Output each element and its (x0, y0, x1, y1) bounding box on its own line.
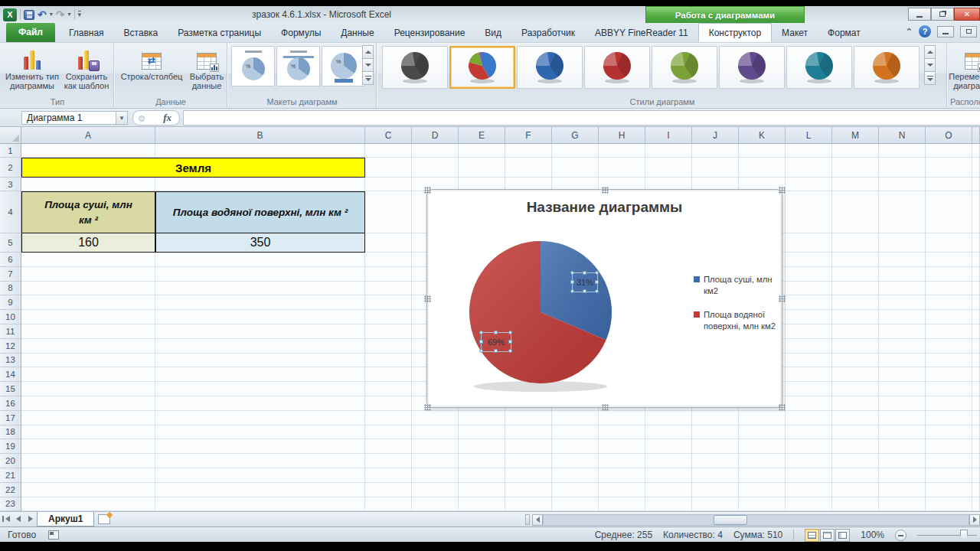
change-chart-type-button[interactable]: Изменить тип диаграммы (5, 45, 60, 96)
cell-A16[interactable] (21, 396, 155, 411)
cell-P14[interactable] (972, 367, 980, 382)
formula-input[interactable] (183, 110, 980, 126)
cell-A7[interactable] (21, 267, 155, 282)
tab-abbyy-finereader-11[interactable]: ABBYY FineReader 11 (585, 24, 698, 42)
cell-F17[interactable] (505, 411, 552, 425)
cell-I18[interactable] (645, 425, 692, 440)
cell-C14[interactable] (365, 367, 412, 382)
cell-P15[interactable] (972, 382, 980, 396)
row-header-2[interactable]: 2 (0, 158, 21, 178)
cell-A18[interactable] (21, 425, 155, 440)
selection-handle[interactable] (508, 340, 512, 344)
cell-C16[interactable] (365, 396, 412, 411)
column-header-B[interactable]: B (155, 127, 365, 144)
column-header-J[interactable]: J (692, 127, 739, 144)
undo-dropdown-icon[interactable]: ▾ (50, 11, 53, 18)
cell-F22[interactable] (505, 483, 552, 497)
cell-E21[interactable] (459, 468, 505, 483)
cell-C19[interactable] (365, 439, 412, 454)
cell-O17[interactable] (926, 411, 972, 425)
cell-J21[interactable] (692, 468, 739, 483)
cell-M17[interactable] (832, 411, 879, 425)
row-header-4[interactable]: 4 (0, 191, 21, 233)
cell-C17[interactable] (365, 411, 412, 425)
cell-C15[interactable] (365, 382, 412, 396)
tab-разметка-страницы[interactable]: Разметка страницы (168, 24, 271, 42)
cell-B19[interactable] (155, 439, 365, 454)
cell-N18[interactable] (879, 425, 926, 440)
cell-B8[interactable] (155, 282, 365, 296)
cell-A14[interactable] (21, 367, 155, 382)
cell-A21[interactable] (21, 468, 155, 483)
cell-C23[interactable] (365, 497, 412, 511)
chart-style-dark[interactable] (382, 46, 448, 89)
row-header-16[interactable]: 16 (0, 396, 21, 411)
cell-L11[interactable] (786, 324, 832, 339)
cell-O22[interactable] (926, 483, 972, 497)
cell-P21[interactable] (972, 468, 980, 483)
cell-P13[interactable] (972, 354, 980, 368)
cell-A11[interactable] (21, 324, 155, 339)
row-header-11[interactable]: 11 (0, 324, 21, 339)
cell-B15[interactable] (155, 382, 365, 396)
column-header-K[interactable]: K (739, 127, 786, 144)
cell-B3[interactable] (155, 178, 365, 191)
cell-L3[interactable] (786, 178, 832, 191)
move-chart-button[interactable]: Переместить диаграмму (950, 45, 980, 96)
chart-style-teal[interactable] (786, 46, 852, 89)
tab-вид[interactable]: Вид (475, 24, 511, 42)
cell-P17[interactable] (972, 411, 980, 425)
cell-C21[interactable] (365, 468, 412, 483)
cell-M12[interactable] (832, 339, 879, 354)
cell-H17[interactable] (599, 411, 645, 425)
selection-handle[interactable] (595, 280, 599, 284)
chart-style-colorful[interactable] (449, 46, 515, 89)
cell-M11[interactable] (832, 324, 879, 339)
cell-O9[interactable] (926, 295, 972, 310)
cell-B22[interactable] (155, 483, 365, 497)
cell-A15[interactable] (21, 382, 155, 396)
cell-P12[interactable] (972, 339, 980, 354)
cell-P3[interactable] (972, 178, 980, 191)
chart-style-red[interactable] (584, 46, 650, 89)
row-header-20[interactable]: 20 (0, 454, 21, 468)
selection-handle[interactable] (494, 331, 498, 334)
tab-данные[interactable]: Данные (331, 24, 384, 42)
cell-B21[interactable] (155, 468, 365, 483)
gallery-more-icon[interactable] (924, 71, 936, 85)
cell-H1[interactable] (599, 144, 645, 158)
row-header-23[interactable]: 23 (0, 497, 21, 511)
cell-B5[interactable]: 350 (155, 233, 365, 253)
cell-B1[interactable] (155, 144, 365, 158)
normal-view-icon[interactable] (805, 529, 819, 542)
column-header-O[interactable]: O (926, 127, 972, 144)
cell-I2[interactable] (645, 158, 692, 178)
cell-N7[interactable] (879, 267, 926, 282)
chart-frame-handle[interactable] (779, 187, 786, 194)
row-header-5[interactable]: 5 (0, 233, 21, 253)
cell-H20[interactable] (599, 454, 645, 468)
save-icon[interactable] (24, 10, 34, 20)
cell-N5[interactable] (879, 233, 926, 253)
cell-K17[interactable] (739, 411, 786, 425)
cell-A20[interactable] (21, 454, 155, 468)
cell-K1[interactable] (739, 144, 786, 158)
cell-D17[interactable] (412, 411, 459, 425)
cell-O5[interactable] (926, 233, 972, 253)
cell-B6[interactable] (155, 253, 365, 267)
cell-H19[interactable] (599, 439, 645, 454)
cell-F2[interactable] (505, 158, 552, 178)
cell-O1[interactable] (926, 144, 972, 158)
workbook-restore-icon[interactable] (960, 26, 977, 37)
cell-A23[interactable] (21, 497, 155, 511)
cell-L6[interactable] (786, 253, 832, 267)
cell-G23[interactable] (552, 497, 599, 511)
cell-N9[interactable] (879, 295, 926, 310)
chart-style-orange[interactable] (854, 46, 920, 89)
cell-K21[interactable] (739, 468, 786, 483)
cell-P10[interactable] (972, 310, 980, 324)
cell-H21[interactable] (599, 468, 645, 483)
cell-J1[interactable] (692, 144, 739, 158)
cell-B7[interactable] (155, 267, 365, 282)
chart-frame-handle[interactable] (779, 404, 786, 411)
